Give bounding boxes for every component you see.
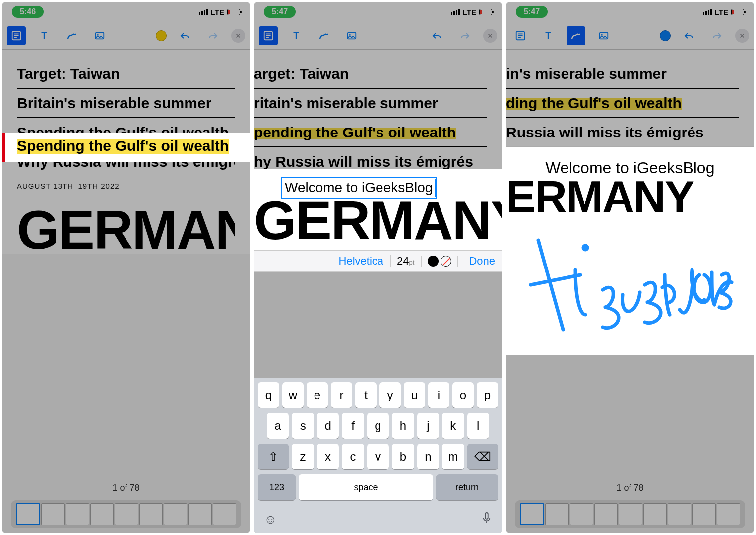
key-l[interactable]: l — [467, 413, 489, 439]
highlight-tool-icon[interactable] — [7, 26, 26, 45]
text-tool-icon[interactable] — [539, 26, 558, 45]
thumbnail[interactable] — [570, 503, 593, 525]
key-shift[interactable]: ⇧ — [258, 444, 289, 469]
thumbnail[interactable] — [115, 503, 138, 525]
font-picker[interactable]: Helvetica — [339, 255, 383, 268]
key-backspace[interactable]: ⌫ — [467, 444, 498, 469]
cover-title: GERMANY — [254, 196, 502, 245]
key-123[interactable]: 123 — [258, 474, 296, 500]
highlight-tool-icon[interactable] — [511, 26, 530, 45]
key-v[interactable]: v — [367, 444, 389, 469]
key-e[interactable]: e — [307, 382, 328, 408]
key-w[interactable]: w — [282, 382, 304, 408]
done-button[interactable]: Done — [465, 255, 495, 268]
redo-icon[interactable] — [707, 26, 726, 45]
mic-icon[interactable] — [481, 512, 492, 527]
image-tool-icon[interactable] — [90, 26, 109, 45]
svg-rect-6 — [485, 513, 488, 519]
headline: arget: Taiwan — [254, 60, 487, 89]
undo-icon[interactable] — [680, 26, 698, 45]
highlight-tool-icon[interactable] — [259, 26, 278, 45]
draw-tool-icon[interactable] — [567, 26, 585, 45]
thumbnail[interactable] — [619, 503, 642, 525]
text-tool-icon[interactable] — [287, 26, 306, 45]
thumbnail[interactable] — [520, 503, 544, 525]
key-x[interactable]: x — [317, 444, 339, 469]
thumbnail[interactable] — [594, 503, 618, 525]
text-annotation-label: Welcome to iGeeksBlog — [506, 147, 754, 177]
cover-title: ERMANY — [506, 177, 754, 217]
key-b[interactable]: b — [392, 444, 414, 469]
key-z[interactable]: z — [292, 444, 314, 469]
key-m[interactable]: m — [442, 444, 464, 469]
key-p[interactable]: p — [477, 382, 498, 408]
key-u[interactable]: u — [404, 382, 425, 408]
signal-icon — [451, 9, 460, 15]
color-picker-yellow[interactable] — [156, 30, 167, 41]
image-tool-icon[interactable] — [342, 26, 361, 45]
thumbnail[interactable] — [16, 503, 40, 525]
key-c[interactable]: c — [342, 444, 364, 469]
thumbnail-strip[interactable] — [11, 500, 241, 528]
font-size-picker[interactable]: 24pt — [390, 255, 414, 268]
draw-tool-icon[interactable] — [63, 26, 81, 45]
key-return[interactable]: return — [436, 474, 498, 500]
close-icon[interactable] — [231, 29, 245, 43]
key-q[interactable]: q — [258, 382, 279, 408]
key-t[interactable]: t — [355, 382, 377, 408]
draw-tool-icon[interactable] — [315, 26, 333, 45]
soft-keyboard: q w e r t y u i o p a s d f g h j k l ⇧ … — [254, 378, 502, 533]
thumbnail[interactable] — [188, 503, 211, 525]
carrier-label: LTE — [715, 8, 728, 16]
date-line: AUGUST 13TH–19TH 2022 — [17, 176, 235, 205]
redo-icon[interactable] — [203, 26, 222, 45]
key-s[interactable]: s — [292, 413, 314, 439]
thumbnail[interactable] — [545, 503, 568, 525]
key-y[interactable]: y — [379, 382, 401, 408]
thumbnail[interactable] — [717, 503, 740, 525]
battery-icon — [731, 9, 744, 15]
thumbnail-strip[interactable] — [515, 500, 745, 528]
key-h[interactable]: h — [392, 413, 414, 439]
key-i[interactable]: i — [428, 382, 449, 408]
key-g[interactable]: g — [367, 413, 389, 439]
headline: ritain's miserable summer — [254, 89, 487, 118]
emoji-icon[interactable]: ☺ — [264, 512, 277, 527]
key-j[interactable]: j — [417, 413, 439, 439]
key-a[interactable]: a — [267, 413, 289, 439]
screen-highlight: 5:46 LTE — [0, 0, 252, 535]
key-space[interactable]: space — [299, 474, 433, 500]
markup-toolbar — [2, 22, 250, 50]
thumbnail[interactable] — [139, 503, 163, 525]
thumbnail[interactable] — [90, 503, 114, 525]
thumbnail[interactable] — [668, 503, 691, 525]
text-annotation-input[interactable]: Welcome to iGeeksBlog — [281, 177, 437, 199]
color-picker-blue[interactable] — [660, 30, 671, 41]
thumbnail[interactable] — [41, 503, 64, 525]
key-k[interactable]: k — [442, 413, 464, 439]
close-icon[interactable] — [735, 29, 749, 43]
text-tool-icon[interactable] — [35, 26, 54, 45]
carrier-label: LTE — [211, 8, 224, 16]
key-f[interactable]: f — [342, 413, 364, 439]
image-tool-icon[interactable] — [594, 26, 613, 45]
thumbnail[interactable] — [643, 503, 667, 525]
status-time: 5:46 — [12, 6, 44, 18]
undo-icon[interactable] — [176, 26, 194, 45]
markup-toolbar — [506, 22, 754, 50]
key-r[interactable]: r — [331, 382, 352, 408]
battery-icon — [479, 9, 492, 15]
thumbnail[interactable] — [164, 503, 187, 525]
undo-icon[interactable] — [428, 26, 446, 45]
status-bar: 5:47 LTE — [506, 2, 754, 22]
thumbnail[interactable] — [692, 503, 715, 525]
key-o[interactable]: o — [452, 382, 474, 408]
key-d[interactable]: d — [317, 413, 339, 439]
thumbnail[interactable] — [213, 503, 236, 525]
text-color-picker[interactable] — [421, 256, 458, 267]
thumbnail[interactable] — [66, 503, 89, 525]
close-icon[interactable] — [483, 29, 497, 43]
key-n[interactable]: n — [417, 444, 439, 469]
highlighted-headline[interactable]: Spending the Gulf's oil wealth — [17, 134, 229, 157]
redo-icon[interactable] — [455, 26, 474, 45]
